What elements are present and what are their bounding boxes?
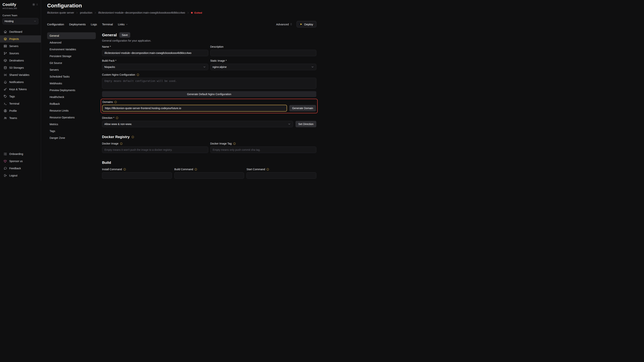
sidebar-item[interactable]: Onboarding [0,150,41,158]
info-icon[interactable] [123,168,126,171]
settings-nav-item[interactable]: Resource Operations [47,114,96,121]
tab[interactable]: Deployments [69,23,86,26]
settings-nav-item-label: Advanced [50,41,61,44]
settings-nav-item[interactable]: Servers [47,66,96,73]
custom-nginx-textarea[interactable] [102,78,316,89]
settings-nav-item[interactable]: Metrics [47,121,96,128]
settings-nav-item[interactable]: Git Source [47,59,96,66]
sidebar-item[interactable]: Servers [0,42,41,50]
sidebar-item[interactable]: Feedback [0,165,41,172]
general-form: General Save General configuration for y… [102,32,316,181]
info-icon[interactable] [131,136,134,138]
app-version: v4.0.0-beta.399 [0,7,41,9]
tab[interactable]: Links [118,23,128,26]
settings-nav-item[interactable]: Advanced [47,39,96,46]
sidebar-item[interactable]: Dashboard [0,28,41,35]
sidebar-item[interactable]: Notifications [0,78,41,86]
breadcrumb-project[interactable]: illicitonion quote server [47,11,74,14]
info-icon[interactable] [114,101,117,103]
settings-nav-item-label: Resource Limits [50,109,68,112]
static-image-label: Static Image * [210,59,316,62]
app-logo[interactable]: Coolify [2,2,16,7]
static-image-select[interactable]: nginx:alpine [210,64,316,70]
sidebar-item[interactable]: Shared Variables [0,71,41,78]
tab-label: Terminal [102,23,113,26]
settings-nav-item[interactable]: Webhooks [47,80,96,87]
team-select[interactable]: Hosting [2,18,38,24]
description-input[interactable] [210,50,316,56]
sidebar-item[interactable]: S3 Storages [0,64,41,71]
sidebar-item-label: Destinations [9,59,24,62]
advanced-toggle[interactable]: Advanced [276,23,293,26]
sidebar-item[interactable]: Sponsor us [0,158,41,165]
settings-nav-item-label: Tags [50,130,55,133]
sidebar-item[interactable]: Destinations [0,57,41,64]
build-command-input[interactable] [174,172,244,179]
settings-nav-item[interactable]: Rollback [47,100,96,107]
tab[interactable]: Configuration [47,23,64,26]
heart-icon [4,159,7,163]
settings-nav-item-label: Metrics [50,123,58,126]
breadcrumb-application[interactable]: illicitestonion/-module--decomposition:m… [98,11,185,14]
generate-nginx-button[interactable]: Generate Default Nginx Configuration [102,91,316,97]
sidebar-item[interactable]: Projects [0,35,41,42]
settings-nav-item[interactable]: Scheduled Tasks [47,73,96,80]
domains-input[interactable] [102,105,287,111]
sidebar-item[interactable]: Keys & Tokens [0,86,41,93]
variable-icon [4,73,7,77]
tab[interactable]: Terminal [102,23,113,26]
build-pack-select[interactable]: Nixpacks [102,64,208,70]
sidebar-item-label: Tags [9,95,15,98]
sidebar-item-label: Shared Variables [9,73,29,76]
breadcrumb: illicitonion quote server production ill… [47,11,316,14]
settings-nav-item[interactable]: Danger Zone [47,134,96,141]
section-title: General [102,33,117,37]
generate-domain-button[interactable]: Generate Domain [289,105,316,111]
bell-icon [4,80,7,84]
breadcrumb-environment[interactable]: production [80,11,92,14]
settings-nav-item[interactable]: Resource Limits [47,107,96,114]
info-icon[interactable] [116,116,118,119]
docker-image-tag-label: Docker Image Tag [210,142,316,145]
docker-image-tag-input[interactable] [210,147,316,153]
sidebar: Coolify v4.0.0-beta.399 Current Team Hos… [0,0,41,181]
sidebar-item-label: Feedback [9,167,21,170]
sidebar-item[interactable]: Logout [0,172,41,179]
settings-nav-item[interactable]: Environment Variables [47,46,96,53]
sidebar-item[interactable]: Teams [0,114,41,122]
sidebar-item[interactable]: Profile [0,107,41,114]
info-icon[interactable] [233,142,236,145]
start-command-input[interactable] [246,172,316,179]
set-direction-button[interactable]: Set Direction [296,121,316,127]
theme-switcher[interactable] [32,3,38,6]
install-command-label: Install Command [102,168,172,171]
name-input[interactable] [102,50,208,56]
chevron-down-icon [288,123,291,126]
sidebar-item[interactable]: Sources [0,50,41,57]
settings-nav-item[interactable]: Healthcheck [47,94,96,100]
info-icon[interactable] [120,142,123,145]
sidebar-item-label: Onboarding [9,152,23,155]
content-row: General Advanced Environment Variables P… [47,32,316,181]
source-icon [4,52,7,55]
info-icon[interactable] [266,168,269,171]
sidebar-item[interactable]: Tags [0,93,41,100]
tab[interactable]: Logs [91,23,97,26]
build-command-label: Build Command [174,168,244,171]
settings-nav-item[interactable]: Tags [47,128,96,134]
docker-image-input[interactable] [102,147,208,153]
settings-nav-item[interactable]: Persistent Storage [47,53,96,59]
description-label: Description [210,45,316,48]
info-icon[interactable] [194,168,197,171]
direction-select[interactable]: Allow www & non-www. [102,121,293,127]
save-button[interactable]: Save [119,32,130,38]
settings-nav-item[interactable]: Preview Deployments [47,87,96,94]
chevron-down-icon [34,20,36,22]
info-icon[interactable] [136,73,139,76]
deploy-button[interactable]: Deploy [297,21,316,27]
sidebar-item[interactable]: Terminal [0,100,41,107]
settings-nav-item[interactable]: General [47,32,96,39]
team-select-value: Hosting [4,20,14,23]
sidebar-item-label: Profile [9,109,17,112]
install-command-input[interactable] [102,172,172,179]
